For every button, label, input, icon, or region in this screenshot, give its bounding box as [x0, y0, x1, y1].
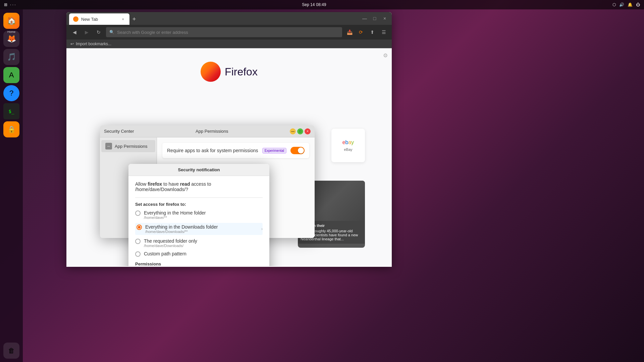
time-display: 08:49 — [316, 2, 326, 7]
import-bookmarks-bar: ↩ Import bookmarks... — [66, 40, 392, 48]
permissions-title: Permissions — [135, 261, 263, 266]
app-permissions-title: App Permissions — [196, 129, 228, 134]
tab-close-button[interactable]: × — [121, 16, 125, 22]
radio-custom-labels: Custom path pattern — [144, 251, 186, 256]
newtab-page: Firefox — [66, 48, 392, 92]
permissions-toggle-switch[interactable] — [290, 147, 305, 154]
toggle-knob — [298, 147, 304, 154]
radio-custom-path[interactable]: Custom path pattern — [135, 251, 263, 257]
radio-home-folder[interactable]: Everything in the Home folder /home/dave… — [135, 210, 263, 220]
experimental-badge: Experimental — [262, 148, 286, 154]
toggle-label: Require apps to ask for system permissio… — [167, 148, 258, 153]
browser-content: ⚙ Firefox ebay eBay Isolation their — [66, 48, 392, 266]
browser-navbar: ◀ ▶ ↻ 🔍 Search with Google or enter addr… — [66, 25, 392, 40]
browser-maximize-button[interactable]: □ — [370, 14, 379, 23]
browser-minimize-button[interactable]: — — [360, 14, 369, 23]
radio-requested-outer — [135, 239, 141, 244]
app-name: firefox — [148, 181, 162, 187]
new-tab-button[interactable]: + — [129, 13, 139, 25]
pocket-button[interactable]: 📥 — [345, 27, 354, 37]
dock-icon-firefox[interactable]: 🦊 — [3, 31, 19, 47]
date-display: Sep 14 — [302, 2, 315, 7]
access-section-title: Set access for firefox to: — [135, 202, 263, 207]
ebay-shortcut-card[interactable]: ebay eBay — [331, 129, 365, 162]
tab-favicon — [73, 16, 78, 22]
volume-icon[interactable]: 🔊 — [619, 2, 624, 7]
firefox-logo: Firefox — [201, 62, 258, 82]
settings-gear-icon[interactable]: ⚙ — [383, 52, 388, 59]
radio-home-label: Everything in the Home folder — [144, 210, 206, 216]
sync-button[interactable]: ⟳ — [356, 27, 366, 37]
browser-close-button[interactable]: × — [380, 14, 389, 23]
back-button[interactable]: ◀ — [70, 27, 79, 37]
tab-label: New Tab — [81, 17, 98, 22]
path-text: /home/dave/Downloads/ — [135, 187, 185, 192]
browser-frame: New Tab × + — □ × ◀ ▶ ↻ 🔍 Search with Go… — [66, 12, 392, 267]
security-notification-dialog: Security notification Allow firefox to h… — [128, 164, 269, 266]
allow-prefix: Allow — [135, 181, 148, 187]
dock-icon-help[interactable]: ? — [3, 85, 19, 101]
radio-home-sublabel: /home/dave/** — [144, 216, 206, 220]
nav-actions: 📥 ⟳ ⬆ ☰ — [345, 27, 388, 37]
bell-icon[interactable]: 🔔 — [628, 2, 633, 7]
search-icon: 🔍 — [109, 30, 114, 35]
notif-question: Allow firefox to have read access to /ho… — [135, 181, 263, 192]
menu-button[interactable]: ☰ — [379, 27, 388, 37]
app-permissions-sidebar-item[interactable]: ↔ App Permissions — [101, 140, 155, 152]
import-icon: ↩ — [70, 42, 74, 46]
apps-grid-icon[interactable]: ⊞ — [4, 2, 7, 7]
top-bar: ⊞ · · · Sep 14 08:49 ⬡ 🔊 🔔 ⏻ — [0, 0, 644, 9]
share-button[interactable]: ⬆ — [368, 27, 377, 37]
permission-type: read — [180, 181, 190, 187]
top-bar-left: ⊞ · · · — [4, 2, 16, 7]
radio-custom-label: Custom path pattern — [144, 251, 186, 256]
expand-arrow-icon: › — [261, 227, 263, 231]
radio-downloads-outer — [137, 225, 142, 230]
forward-button[interactable]: ▶ — [82, 27, 91, 37]
security-dialog-titlebar: Security Center App Permissions — □ × — [100, 125, 315, 137]
radio-downloads-folder[interactable]: Everything in the Downloads folder /home… — [135, 223, 263, 235]
network-icon[interactable]: ⬡ — [612, 2, 616, 7]
radio-requested-label: The requested folder only — [144, 238, 197, 244]
firefox-logo-icon — [201, 62, 221, 82]
permissions-section: Permissions Read Write — [135, 261, 263, 266]
address-text: Search with Google or enter address — [117, 30, 188, 35]
dock-icon-terminal[interactable]: $_ — [3, 103, 19, 119]
top-bar-spacer: · · · — [10, 2, 16, 7]
dock-icon-home[interactable]: 🏠 Home — [3, 13, 19, 29]
browser-tab-newtab[interactable]: New Tab × — [69, 13, 129, 25]
radio-requested-labels: The requested folder only /home/dave/Dow… — [144, 238, 197, 248]
power-icon[interactable]: ⏻ — [636, 2, 640, 7]
ebay-label: eBay — [344, 147, 352, 152]
dialog-window-controls: — □ × — [290, 128, 311, 134]
notif-body: Allow firefox to have read access to /ho… — [128, 176, 269, 266]
dock-icon-trash[interactable]: 🗑 — [3, 343, 19, 359]
dialog-close-button[interactable]: × — [305, 128, 311, 134]
radio-downloads-inner — [138, 226, 141, 229]
question-end: ? — [185, 187, 188, 192]
browser-tabbar: New Tab × + — □ × — [66, 12, 392, 25]
radio-home-outer — [135, 210, 141, 216]
dock-icon-appstore[interactable]: A — [3, 67, 19, 83]
top-bar-center: Sep 14 08:49 — [302, 2, 326, 7]
browser-window: New Tab × + — □ × ◀ ▶ ↻ 🔍 Search with Go… — [23, 9, 644, 362]
notif-title: Security notification — [178, 167, 220, 172]
app-permissions-icon: ↔ — [105, 143, 112, 149]
radio-downloads-labels: Everything in the Downloads folder /home… — [145, 224, 218, 234]
address-bar[interactable]: 🔍 Search with Google or enter address — [106, 27, 342, 37]
radio-custom-outer — [135, 251, 141, 257]
question-mid: to have — [162, 181, 180, 187]
dialog-maximize-button[interactable]: □ — [297, 128, 303, 134]
ebay-logo: ebay — [342, 139, 354, 145]
radio-requested-sublabel: /home/dave/Downloads/ — [144, 244, 197, 248]
radio-requested-folder[interactable]: The requested folder only /home/dave/Dow… — [135, 238, 263, 248]
dialog-minimize-button[interactable]: — — [290, 128, 296, 134]
sidebar-dock: 🏠 Home 🦊 🎵 A ? $_ 🔒 🗑 — [0, 9, 23, 362]
import-bookmarks-link[interactable]: Import bookmarks... — [76, 42, 111, 46]
radio-home-labels: Everything in the Home folder /home/dave… — [144, 210, 206, 220]
dock-icon-security[interactable]: 🔒 — [3, 121, 19, 137]
permissions-toggle-row: Require apps to ask for system permissio… — [162, 143, 309, 158]
sidebar-item-label: App Permissions — [115, 144, 148, 149]
reload-button[interactable]: ↻ — [94, 27, 103, 37]
dock-icon-music[interactable]: 🎵 — [3, 49, 19, 65]
